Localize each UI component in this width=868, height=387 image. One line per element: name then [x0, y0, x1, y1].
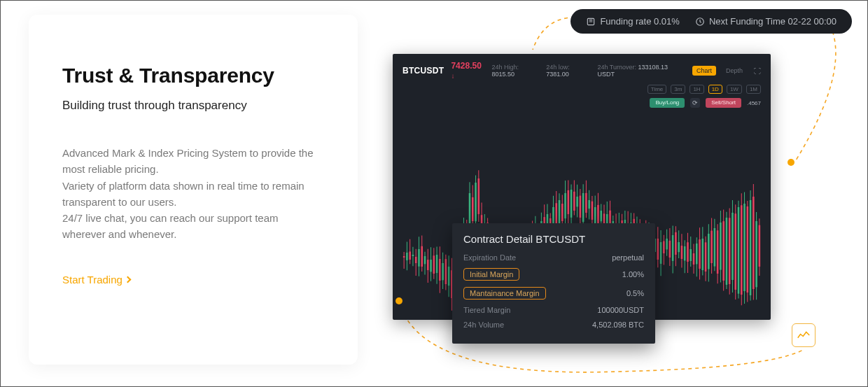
svg-rect-177 — [663, 241, 665, 253]
svg-rect-213 — [717, 230, 719, 274]
timeframe-group: Time 3m 1H 1D 1W 1M — [648, 85, 761, 94]
svg-rect-235 — [750, 200, 752, 295]
svg-rect-3 — [403, 256, 405, 258]
svg-rect-129 — [592, 202, 594, 220]
svg-rect-179 — [666, 239, 668, 249]
svg-rect-5 — [406, 253, 408, 260]
sell-short-button[interactable]: Sell/Short — [706, 98, 741, 108]
card-subtitle: Building trust through transparency — [62, 99, 324, 113]
chart-price: 7428.50 ↓ — [451, 61, 484, 80]
svg-rect-17 — [424, 256, 426, 264]
svg-rect-189 — [681, 246, 683, 259]
buy-long-button[interactable]: Buy/Long — [650, 98, 685, 108]
svg-rect-211 — [714, 228, 716, 267]
svg-rect-25 — [436, 255, 438, 273]
info-card: Trust & Transparency Building trust thro… — [29, 15, 358, 365]
contract-title: Contract Detail BTCUSDT — [463, 233, 644, 245]
svg-rect-119 — [576, 197, 578, 206]
down-arrow-icon: ↓ — [451, 72, 454, 80]
svg-rect-113 — [568, 190, 570, 214]
svg-rect-11 — [415, 257, 417, 263]
svg-rect-217 — [722, 221, 724, 281]
svg-rect-21 — [430, 260, 432, 272]
svg-rect-135 — [600, 211, 602, 221]
svg-rect-203 — [702, 239, 704, 270]
tf-3m[interactable]: 3m — [671, 85, 685, 94]
rate-icon — [586, 17, 596, 27]
svg-rect-123 — [582, 193, 584, 222]
tab-chart[interactable]: Chart — [692, 66, 716, 76]
svg-rect-237 — [752, 197, 755, 289]
card-title: Trust & Transparency — [62, 64, 324, 87]
svg-rect-223 — [732, 213, 734, 280]
row-initial-margin-k: Initial Margin — [463, 268, 519, 281]
svg-rect-29 — [442, 263, 444, 280]
expand-icon[interactable]: ⛶ — [754, 67, 761, 75]
svg-rect-15 — [421, 246, 423, 267]
svg-rect-19 — [427, 260, 429, 270]
svg-rect-115 — [570, 190, 573, 218]
tf-1w[interactable]: 1W — [727, 85, 742, 94]
tf-1d[interactable]: 1D — [708, 85, 722, 94]
svg-rect-225 — [734, 213, 736, 290]
tf-1h[interactable]: 1H — [690, 85, 704, 94]
svg-rect-183 — [672, 235, 674, 261]
svg-rect-53 — [478, 178, 480, 214]
svg-rect-205 — [705, 242, 707, 272]
row-maint-margin-v: 0.5% — [626, 289, 644, 297]
svg-rect-131 — [594, 207, 596, 223]
svg-rect-7 — [409, 251, 411, 260]
svg-rect-23 — [433, 255, 435, 274]
svg-rect-193 — [687, 242, 689, 262]
row-24h-vol-v: 4,502.098 BTC — [592, 321, 644, 329]
svg-rect-191 — [684, 246, 686, 260]
svg-rect-111 — [564, 193, 566, 218]
svg-rect-215 — [720, 223, 722, 270]
start-trading-link[interactable]: Start Trading — [62, 274, 130, 286]
svg-rect-49 — [472, 197, 474, 221]
svg-rect-227 — [738, 207, 740, 294]
svg-rect-9 — [412, 255, 414, 256]
clock-icon — [695, 17, 705, 27]
row-tiered-v: 100000USDT — [597, 306, 644, 314]
svg-rect-241 — [759, 225, 761, 267]
row-expiration-v: perpetual — [612, 253, 644, 262]
svg-rect-51 — [475, 183, 477, 221]
row-initial-margin-v: 1.00% — [622, 270, 644, 279]
accent-dot-icon — [396, 297, 402, 304]
tf-time[interactable]: Time — [648, 85, 666, 94]
accent-dot-icon — [788, 159, 794, 166]
svg-rect-27 — [439, 259, 441, 281]
svg-rect-221 — [729, 218, 731, 284]
svg-rect-239 — [755, 221, 757, 287]
funding-pill: Funding rate 0.01% Next Funding Time 02-… — [570, 9, 852, 34]
svg-rect-117 — [573, 192, 575, 211]
svg-rect-31 — [445, 259, 447, 284]
row-tiered-k: Tiered Margin — [463, 306, 510, 314]
row-24h-vol-k: 24h Volume — [463, 321, 504, 329]
svg-rect-229 — [741, 205, 743, 295]
svg-rect-209 — [710, 231, 713, 263]
svg-rect-231 — [743, 204, 746, 291]
tab-depth[interactable]: Depth — [726, 67, 743, 74]
card-body: Advanced Mark & Index Pricing System to … — [62, 145, 324, 243]
row-expiration-k: Expiration Date — [463, 253, 516, 262]
contract-detail-panel: Contract Detail BTCUSDT Expiration Datep… — [452, 223, 655, 344]
svg-rect-121 — [580, 196, 582, 218]
chart-badge-icon[interactable] — [792, 323, 816, 347]
svg-rect-201 — [699, 239, 701, 269]
svg-rect-109 — [561, 204, 564, 221]
svg-rect-185 — [675, 232, 677, 255]
svg-rect-33 — [448, 267, 450, 286]
next-funding-text: Next Funding Time 02-22 00:00 — [709, 16, 836, 27]
svg-rect-219 — [726, 218, 728, 285]
svg-rect-207 — [708, 234, 710, 269]
svg-rect-187 — [678, 242, 680, 252]
small-value: .4567 — [747, 100, 761, 106]
svg-rect-197 — [693, 253, 695, 265]
chevron-right-icon — [124, 276, 131, 283]
svg-rect-125 — [585, 193, 587, 213]
tf-1m[interactable]: 1M — [746, 85, 761, 94]
refresh-icon[interactable]: ⟳ — [690, 98, 700, 108]
svg-rect-233 — [747, 206, 749, 293]
